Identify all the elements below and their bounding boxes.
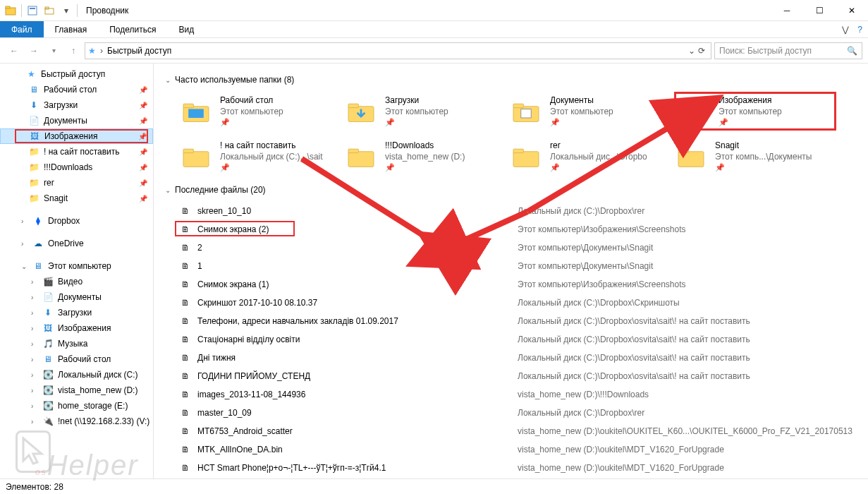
sidebar-pc-item-7[interactable]: ›💽vista_home_new (D:) [0,382,153,398]
file-row-6[interactable]: 🗎Телефони, адреси навчальних закладів 01… [179,312,862,330]
sidebar-item-1[interactable]: ⬇Загрузки📌 [0,97,153,113]
ribbon-help-icon[interactable]: ? [857,25,862,35]
file-row-8[interactable]: 🗎Дні тижняЛокальный диск (C:)\Dropbox\os… [179,349,862,367]
file-row-3[interactable]: 🗎1Этот компьютер\Документы\Snagit [179,257,862,275]
svg-rect-10 [348,104,358,107]
refresh-icon[interactable]: ⟳ [698,46,705,56]
file-row-11[interactable]: 🗎master_10_09Локальный диск (C:)\Dropbox… [179,404,862,422]
qat-properties-icon[interactable] [25,3,40,18]
pin-icon: 📌 [220,163,323,172]
sidebar-pc-item-6[interactable]: ›💽Локальный диск (C:) [0,367,153,382]
group-frequent-folders[interactable]: ⌄ Часто используемые папки (8) [165,75,862,85]
file-row-12[interactable]: 🗎MT6753_Android_scattervista_home_new (D… [179,422,862,440]
file-row-4[interactable]: 🗎Снимок экрана (1)Этот компьютер\Изображ… [179,275,862,294]
group-recent-files[interactable]: ⌄ Последние файлы (20) [165,185,862,195]
item-icon: 🖥 [42,354,54,365]
file-row-14[interactable]: 🗎HCT Smart Phone¦p+o¬-¦TL+---ўT¦+ўгп-=-з… [179,459,862,477]
nav-recent-dropdown[interactable]: ▾ [45,42,62,59]
dropbox-icon: ⧫ [32,215,44,227]
sidebar-item-4[interactable]: 📁! на сайт поставить📌 [0,144,153,159]
chevron-down-icon: ⌄ [165,76,171,84]
folder-icon [678,97,711,126]
item-icon: 🖼 [42,323,54,334]
sidebar-item-5[interactable]: 📁!!!Downloads📌 [0,159,153,175]
minimize-button[interactable]: ─ [771,0,803,21]
folder-item-1[interactable]: ЗагрузкиЭтот компьютер📌 [344,92,506,131]
ribbon-expand-icon[interactable]: ⋁ [842,25,849,35]
close-button[interactable]: ✕ [836,0,868,21]
ribbon-tab-home[interactable]: Главная [44,21,99,37]
sidebar-item-7[interactable]: 📁Snagit📌 [0,191,153,206]
folder-item-4[interactable]: ! на сайт поставитьЛокальный диск (C:)..… [179,140,341,172]
folder-item-3[interactable]: ИзображенияЭтот компьютер📌 [674,92,836,131]
svg-rect-21 [348,149,358,152]
sidebar-pc-item-4[interactable]: ›🎵Музыка [0,336,153,351]
file-icon: 🗎 [179,443,192,456]
file-row-13[interactable]: 🗎MTK_AllInOne_DA.binvista_home_new (D:)\… [179,440,862,459]
folder-icon [674,143,708,171]
pin-icon: 📌 [138,133,147,140]
sidebar-item-0[interactable]: 🖥Рабочий стол📌 [0,82,153,97]
folder-item-5[interactable]: !!!Downloadsvista_home_new (D:)📌 [344,140,506,172]
file-row-10[interactable]: 🗎images_2013-11-08_144936vista_home_new … [179,385,862,404]
nav-forward-button[interactable]: → [25,42,42,59]
file-icon: 🗎 [179,296,192,309]
folder-icon [344,143,378,171]
folder-icon [179,97,213,126]
navigation-pane[interactable]: ★ Быстрый доступ 🖥Рабочий стол📌⬇Загрузки… [0,64,154,478]
doc-icon: 📄 [28,115,39,126]
file-row-7[interactable]: 🗎Стаціонарні відділу освітиЛокальный дис… [179,330,862,349]
address-dropdown-icon[interactable]: ⌄ [688,46,695,56]
ribbon-tabs: Файл Главная Поделиться Вид ⋁ ? [0,21,868,38]
sidebar-pc-item-1[interactable]: ›📄Документы [0,289,153,305]
search-input[interactable]: Поиск: Быстрый доступ 🔍 [714,42,862,59]
sidebar-pc-item-2[interactable]: ›⬇Загрузки [0,305,153,320]
sidebar-item-3[interactable]: 🖼Изображения📌 [0,128,153,144]
qat-dropdown-icon[interactable]: ▾ [59,3,74,18]
folder-item-6[interactable]: rerЛокальный дис...\Dropbo📌 [509,140,671,172]
pin-icon: 📌 [139,164,147,171]
ribbon-tab-view[interactable]: Вид [167,21,205,37]
ribbon-tab-share[interactable]: Поделиться [98,21,167,37]
pin-icon: 📌 [139,102,147,109]
item-icon: 🎬 [42,276,54,287]
maximize-button[interactable]: ☐ [803,0,836,21]
content-pane[interactable]: ⌄ Часто используемые папки (8) Рабочий с… [154,64,868,478]
sidebar-onedrive[interactable]: ›☁ OneDrive [0,236,153,251]
fold-icon: 📁 [28,193,39,204]
address-bar: ← → ▾ ↑ ★ › Быстрый доступ ⌄ ⟳ Поиск: Бы… [0,38,868,64]
item-icon: 💽 [42,385,54,396]
folder-item-2[interactable]: ДокументыЭтот компьютер📌 [509,92,671,131]
sidebar-dropbox[interactable]: ›⧫ Dropbox [0,213,153,229]
svg-rect-8 [188,109,204,118]
pin-icon: 📌 [719,118,782,127]
nav-up-button[interactable]: ↑ [65,42,82,59]
file-row-0[interactable]: 🗎skreen_10_10Локальный диск (C:)\Dropbox… [179,202,862,220]
sidebar-pc-item-8[interactable]: ›💽home_storage (E:) [0,398,153,414]
svg-rect-7 [183,104,193,107]
address-input[interactable]: ★ › Быстрый доступ ⌄ ⟳ [85,42,711,59]
quick-access-icon: ★ [88,46,96,56]
sidebar-pc-item-0[interactable]: ›🎬Видео [0,274,153,289]
file-row-2[interactable]: 🗎2Этот компьютер\Документы\Snagit [179,239,862,257]
pin-icon: 📌 [139,195,147,203]
star-icon: ★ [25,68,37,80]
file-row-1[interactable]: 🗎Снимок экрана (2)Этот компьютер\Изображ… [179,220,862,239]
file-row-9[interactable]: 🗎ГОДИНИ ПРИЙОМУ_СТЕНДЛокальный диск (C:)… [179,367,862,385]
folder-item-7[interactable]: SnagitЭтот компь...\Документы📌 [674,140,836,172]
sidebar-item-2[interactable]: 📄Документы📌 [0,113,153,128]
sidebar-item-6[interactable]: 📁rer📌 [0,175,153,191]
file-row-5[interactable]: 🗎Скриншот 2017-10-10 08.10.37Локальный д… [179,294,862,312]
folder-item-0[interactable]: Рабочий столЭтот компьютер📌 [179,92,341,131]
sidebar-pc-item-5[interactable]: ›🖥Рабочий стол [0,351,153,367]
ribbon-tab-file[interactable]: Файл [0,21,44,37]
nav-back-button[interactable]: ← [6,42,23,59]
sidebar-this-pc[interactable]: ⌄🖥 Этот компьютер [0,258,153,274]
sidebar-quick-access[interactable]: ★ Быстрый доступ [0,66,153,82]
qat-newfolder-icon[interactable] [42,3,57,18]
file-icon: 🗎 [179,315,192,327]
sidebar-pc-item-9[interactable]: ›🔌!net (\\192.168.2.33) (V:) [0,414,153,429]
sidebar-pc-item-3[interactable]: ›🖼Изображения [0,320,153,336]
item-icon: 📄 [42,291,54,303]
file-icon: 🗎 [179,370,192,382]
